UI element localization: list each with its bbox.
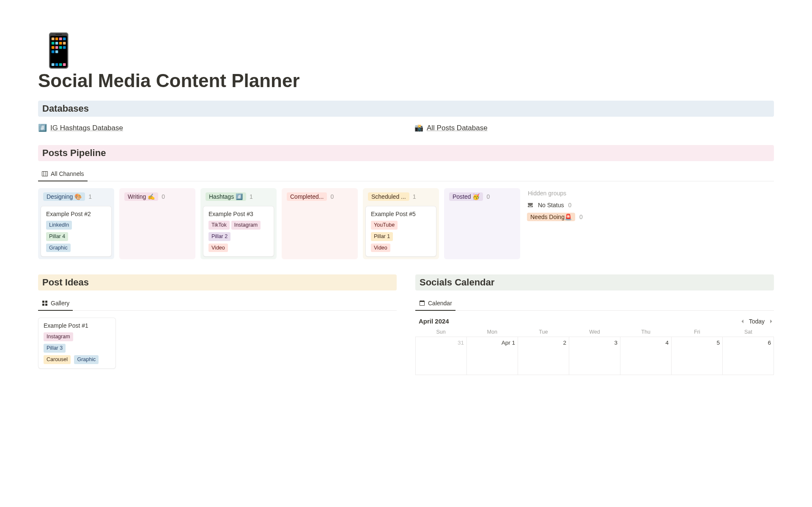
column-count: 0 (486, 193, 490, 200)
tag: Pillar 3 (44, 344, 66, 353)
tag: Video (208, 244, 228, 252)
calendar-day-cell[interactable]: 5 (672, 337, 723, 375)
page-icon: 📱 (38, 34, 774, 67)
database-link-ig-hashtags[interactable]: #️⃣ IG Hashtags Database (38, 123, 398, 132)
tab-label: All Channels (51, 170, 84, 177)
status-tag[interactable]: Hashtags #️⃣ (206, 192, 246, 201)
camera-icon: 📸 (414, 123, 423, 132)
database-link-all-posts[interactable]: 📸 All Posts Database (414, 123, 774, 132)
tag: Instagram (231, 221, 261, 230)
pipeline-column: Designing 🎨 1Example Post #2LinkedInPill… (38, 188, 114, 259)
section-heading-ideas: Post Ideas (38, 274, 397, 290)
database-link-label: IG Hashtags Database (50, 124, 123, 132)
section-heading-calendar: Socials Calendar (415, 274, 774, 290)
tag: YouTube (371, 221, 398, 230)
calendar-day-cell[interactable]: Apr 1 (467, 337, 518, 375)
section-heading-pipeline: Posts Pipeline (38, 145, 774, 161)
card-title: Example Post #5 (371, 211, 416, 217)
pipeline-card[interactable]: Example Post #2LinkedInPillar 4Graphic (41, 206, 112, 257)
status-tag[interactable]: Writing ✍️ (124, 192, 158, 201)
status-tag[interactable]: Completed... (287, 192, 327, 201)
chevron-right-icon (768, 318, 774, 324)
pipeline-card[interactable]: Example Post #3TikTokInstagramPillar 2Vi… (203, 206, 274, 257)
tag: Pillar 2 (208, 232, 230, 241)
board-icon (41, 170, 48, 177)
gallery-icon (41, 300, 48, 307)
tag: Pillar 4 (46, 232, 68, 241)
pipeline-column: Writing ✍️ 0 (119, 188, 195, 259)
column-count: 0 (330, 193, 334, 200)
column-count: 1 (250, 193, 253, 200)
calendar-day-cell[interactable]: 31 (416, 337, 467, 375)
calendar-icon (419, 300, 425, 307)
hidden-group-no-status[interactable]: No Status 0 (527, 202, 587, 208)
tag: TikTok (208, 221, 230, 230)
column-count: 1 (413, 193, 416, 200)
calendar-month: April 2024 (415, 318, 449, 325)
column-count: 1 (88, 193, 92, 200)
tab-label: Gallery (51, 300, 69, 307)
tag: Carousel (44, 355, 71, 364)
weekday-label: Thu (620, 329, 672, 335)
card-title: Example Post #3 (208, 211, 253, 217)
weekday-label: Fri (672, 329, 723, 335)
calendar-day-cell[interactable]: 4 (620, 337, 672, 375)
column-count: 0 (162, 193, 165, 200)
weekday-label: Sat (723, 329, 774, 335)
status-tag: Needs Doing🚨 (527, 213, 575, 221)
tag: Pillar 1 (371, 232, 393, 241)
weekday-label: Mon (466, 329, 518, 335)
tag: Graphic (74, 355, 99, 364)
calendar-today-button[interactable]: Today (749, 318, 765, 325)
calendar-day-cell[interactable]: 3 (569, 337, 620, 375)
card-title: Example Post #2 (46, 211, 91, 217)
hidden-groups: Hidden groups No Status 0 Needs Doing🚨 0 (525, 188, 589, 259)
tag: Video (371, 244, 390, 252)
pipeline-column: Posted 🥳 0 (444, 188, 520, 259)
pipeline-column: Completed... 0 (282, 188, 358, 259)
pipeline-card[interactable]: Example Post #5YouTubePillar 1Video (365, 206, 436, 257)
tab-calendar[interactable]: Calendar (415, 297, 455, 311)
tag: LinkedIn (46, 221, 72, 230)
idea-card[interactable]: Example Post #1 Instagram Pillar 3 Carou… (38, 318, 116, 368)
hidden-group-needs-doing[interactable]: Needs Doing🚨 0 (527, 213, 587, 221)
pipeline-board: Designing 🎨 1Example Post #2LinkedInPill… (38, 188, 774, 259)
tag: Instagram (44, 332, 73, 341)
calendar-grid: 31Apr 123456 (415, 337, 774, 375)
tab-all-channels[interactable]: All Channels (38, 168, 88, 181)
calendar-day-cell[interactable]: 6 (723, 337, 774, 375)
hash-icon: #️⃣ (38, 123, 47, 132)
tag: Graphic (46, 244, 71, 252)
weekday-label: Sun (415, 329, 466, 335)
status-tag[interactable]: Posted 🥳 (449, 192, 483, 201)
calendar-day-cell[interactable]: 2 (518, 337, 569, 375)
hidden-groups-label: Hidden groups (527, 190, 587, 197)
tab-label: Calendar (428, 300, 452, 307)
calendar-weekdays: SunMonTueWedThuFriSat (415, 329, 774, 335)
section-heading-databases: Databases (38, 101, 774, 117)
calendar-next-button[interactable] (768, 318, 774, 324)
weekday-label: Tue (518, 329, 569, 335)
pipeline-column: Scheduled ... 1Example Post #5YouTubePil… (363, 188, 439, 259)
database-link-label: All Posts Database (427, 124, 488, 132)
page-title: Social Media Content Planner (38, 70, 774, 91)
status-tag[interactable]: Scheduled ... (368, 192, 409, 201)
tab-gallery[interactable]: Gallery (38, 297, 73, 311)
weekday-label: Wed (569, 329, 620, 335)
status-tag[interactable]: Designing 🎨 (43, 192, 85, 201)
chevron-left-icon (740, 318, 746, 324)
card-title: Example Post #1 (44, 322, 88, 329)
inbox-icon (527, 202, 534, 208)
calendar-prev-button[interactable] (740, 318, 746, 324)
pipeline-column: Hashtags #️⃣ 1Example Post #3TikTokInsta… (200, 188, 277, 259)
